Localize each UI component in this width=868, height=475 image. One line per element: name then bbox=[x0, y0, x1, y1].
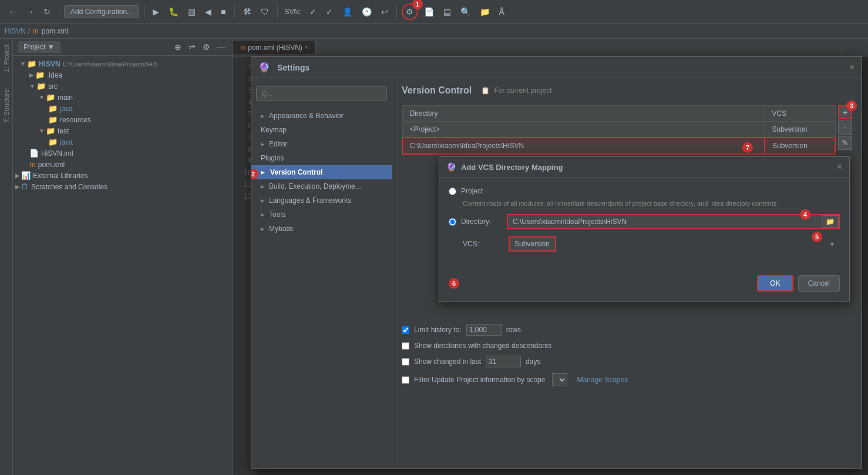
stop-btn[interactable]: ■ bbox=[217, 5, 229, 19]
terminal-btn[interactable]: ▤ bbox=[440, 5, 455, 19]
tree-root[interactable]: ▼ 📁 HiSVN C:\Users\xiaomi\IdeaProjects\H… bbox=[13, 58, 233, 69]
tree-src[interactable]: ▼ 📁 src bbox=[13, 81, 233, 92]
editor-tab-pomxml[interactable]: m pom.xml (HiSVN) × bbox=[233, 41, 316, 54]
tree-java1[interactable]: 📁 java bbox=[13, 103, 233, 114]
profile-btn[interactable]: ◀ bbox=[201, 5, 215, 19]
vc-row-project-dir: <Project> bbox=[402, 122, 765, 138]
add-vcs-cancel-btn[interactable]: Cancel bbox=[798, 275, 840, 292]
vc-title: Version Control bbox=[402, 85, 472, 96]
sidebar-settings-icon[interactable]: ⚙ bbox=[200, 41, 213, 53]
tree-idea[interactable]: ▶ 📁 .idea bbox=[13, 69, 233, 81]
nav-mybatis-label: Mybatis bbox=[269, 225, 293, 233]
tree-main-label: main bbox=[58, 93, 73, 102]
tree-resources-label: resources bbox=[60, 116, 91, 124]
tree-java1-label: java bbox=[60, 105, 73, 113]
project-panel-label[interactable]: 1: Project bbox=[3, 45, 10, 72]
vcs-select[interactable]: Subversion Git bbox=[509, 236, 556, 252]
manage-scopes-link[interactable]: Manage Scopes bbox=[577, 376, 628, 384]
nav-editor[interactable]: Editor bbox=[251, 137, 392, 151]
sidebar-filter-icon[interactable]: ⇌ bbox=[186, 41, 198, 53]
forward-btn[interactable]: → bbox=[22, 5, 38, 19]
vc-row-hisvn-vcs: Subversion bbox=[765, 138, 835, 154]
build-btn[interactable]: 🛠 bbox=[240, 5, 255, 19]
nav-build[interactable]: Build, Execution, Deployme... bbox=[251, 179, 392, 193]
tree-ext-label: External Libraries bbox=[33, 172, 88, 180]
refresh-btn[interactable]: ↻ bbox=[40, 5, 54, 19]
directory-browse-btn[interactable]: 📁 bbox=[822, 215, 839, 228]
filter-update-checkbox[interactable] bbox=[402, 376, 409, 384]
settings-nav: Appearance & Behavior Keymap Editor Plug… bbox=[251, 78, 392, 469]
sidebar-add-icon[interactable]: ⊕ bbox=[172, 41, 184, 53]
add-btn-wrapper: + 3 bbox=[838, 105, 852, 119]
limit-history-label: Limit history to: bbox=[414, 326, 462, 334]
tree-test-label: test bbox=[58, 127, 69, 135]
root-folder-icon: 📁 bbox=[27, 59, 36, 68]
breadcrumb-project[interactable]: HiSVN bbox=[5, 27, 26, 35]
vcs-select-wrap: Subversion Git 5 bbox=[509, 236, 840, 252]
add-vcs-close-btn[interactable]: × bbox=[837, 162, 842, 172]
sep3 bbox=[234, 5, 235, 19]
filter-update-select[interactable] bbox=[552, 373, 567, 386]
tree-root-arrow: ▼ bbox=[20, 61, 26, 67]
nav-plugins-label: Plugins bbox=[261, 154, 284, 162]
show-changed-input[interactable] bbox=[486, 356, 521, 367]
structure-panel-label[interactable]: 7: Structure bbox=[3, 89, 10, 123]
svn-commit-btn[interactable]: ✓ bbox=[322, 5, 337, 19]
tree-java2[interactable]: 📁 java bbox=[13, 136, 233, 148]
tree-resources[interactable]: 📁 resources bbox=[13, 114, 233, 125]
tree-root-path: C:\Users\xiaomi\IdeaProjects\HiS bbox=[63, 61, 159, 68]
add-config-button[interactable]: Add Configuration... bbox=[64, 5, 139, 18]
search-btn[interactable]: 🔍 bbox=[457, 5, 474, 19]
run-btn[interactable]: ▶ bbox=[149, 5, 163, 19]
debug-btn[interactable]: 🐛 bbox=[165, 5, 182, 19]
open-file-btn[interactable]: 📁 bbox=[476, 5, 493, 19]
tree-test[interactable]: ▼ 📁 test bbox=[13, 125, 233, 136]
add-vcs-ok-btn[interactable]: OK bbox=[757, 275, 793, 292]
tree-scratches[interactable]: ▶ 🗒 Scratches and Consoles bbox=[13, 181, 233, 192]
nav-version-control[interactable]: ▶ Version Control bbox=[251, 165, 392, 179]
src-folder-icon: 📁 bbox=[36, 82, 46, 91]
rebuild-btn[interactable]: 🛡 bbox=[257, 5, 272, 19]
limit-history-input[interactable] bbox=[466, 324, 502, 336]
nav-appearance-label: Appearance & Behavior bbox=[269, 112, 344, 120]
directory-radio[interactable] bbox=[449, 218, 456, 226]
nav-tools[interactable]: Tools bbox=[251, 208, 392, 222]
vc-header: Version Control 📋 For current project bbox=[402, 85, 852, 96]
vc-remove-btn[interactable]: - bbox=[838, 121, 852, 135]
limit-history-checkbox[interactable] bbox=[402, 326, 409, 334]
project-tab[interactable]: Project ▼ bbox=[18, 41, 60, 53]
show-dirs-checkbox[interactable] bbox=[402, 342, 409, 350]
vc-subtitle: 📋 For current project bbox=[481, 86, 551, 95]
settings-close-btn[interactable]: × bbox=[849, 62, 854, 73]
vc-row-hisvn[interactable]: C:\Users\xiaomi\IdeaProjects\HiSVN 7 Sub… bbox=[402, 138, 835, 154]
nav-mybatis[interactable]: Mybatis bbox=[251, 222, 392, 236]
svn-branch-btn[interactable]: 👤 bbox=[339, 5, 356, 19]
tab-close-btn[interactable]: × bbox=[305, 44, 308, 51]
nav-languages[interactable]: Languages & Frameworks bbox=[251, 193, 392, 208]
show-dirs-label: Show directories with changed descendant… bbox=[414, 342, 551, 350]
tree-iml[interactable]: 📄 HiSVN.iml bbox=[13, 148, 233, 159]
nav-keymap[interactable]: Keymap bbox=[251, 123, 392, 137]
svn-history-btn[interactable]: 🕐 bbox=[358, 5, 375, 19]
translate-btn[interactable]: Å bbox=[496, 5, 508, 19]
tree-main[interactable]: ▼ 📁 main bbox=[13, 92, 233, 103]
back-btn[interactable]: ← bbox=[5, 5, 20, 19]
show-changed-checkbox[interactable] bbox=[402, 358, 409, 366]
coverage-btn[interactable]: ▨ bbox=[184, 5, 199, 19]
svn-revert-btn[interactable]: ↩ bbox=[378, 5, 392, 19]
directory-input[interactable] bbox=[507, 214, 840, 229]
project-radio[interactable] bbox=[449, 188, 456, 195]
tree-ext-libs[interactable]: ▶ 📊 External Libraries bbox=[13, 170, 233, 181]
add-vcs-footer: 6 OK Cancel bbox=[439, 270, 849, 301]
vcs-panel-btn[interactable]: 📄 bbox=[420, 5, 438, 19]
step1-badge: 1 bbox=[412, 0, 423, 9]
vc-edit-btn[interactable]: ✎ bbox=[838, 136, 852, 150]
tree-pomxml[interactable]: m pom.xml bbox=[13, 159, 233, 170]
vcs-row: VCS: Subversion Git 5 bbox=[449, 236, 840, 252]
nav-plugins[interactable]: Plugins bbox=[251, 151, 392, 165]
svn-update-btn[interactable]: ✓ bbox=[306, 5, 320, 19]
settings-search-input[interactable] bbox=[256, 86, 387, 101]
vc-row-project[interactable]: <Project> Subversion bbox=[402, 122, 835, 138]
sidebar-minimize-icon[interactable]: — bbox=[215, 41, 228, 53]
nav-appearance[interactable]: Appearance & Behavior bbox=[251, 109, 392, 123]
